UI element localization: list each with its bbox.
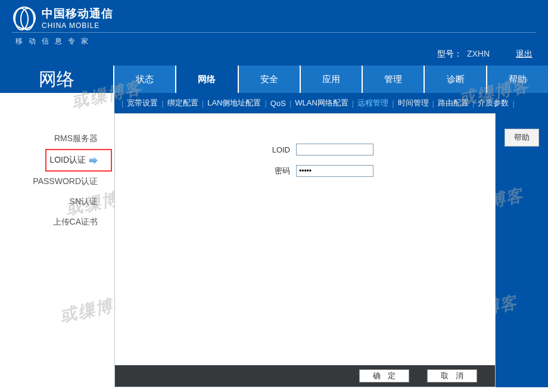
brand-slogan: 移动信息专家 (0, 36, 548, 46)
subnav-route[interactable]: 路由配置 (438, 98, 469, 108)
sidebar-item-sn[interactable]: SN认证 (0, 192, 114, 212)
password-input[interactable] (296, 165, 373, 177)
sidebar: RMS服务器 LOID认证 PASSWORD认证 SN认证 上传CA证书 (0, 113, 114, 387)
tab-network[interactable]: 网络 (176, 66, 238, 93)
loid-label: LOID (258, 145, 290, 154)
main-tabs: 状态 网络 安全 应用 管理 诊断 帮助 (114, 66, 548, 93)
subnav-binding[interactable]: 绑定配置 (167, 98, 198, 108)
tab-diagnose[interactable]: 诊断 (425, 66, 487, 93)
section-title: 网络 (0, 66, 114, 93)
loid-form: LOID 密码 (258, 144, 495, 177)
ok-button[interactable]: 确定 (359, 369, 409, 382)
loid-input[interactable] (296, 144, 373, 155)
brand-text: 中国移动通信 CHINA MOBILE (42, 6, 113, 30)
sidebar-item-label: LOID认证 (49, 155, 86, 164)
subnav-qos[interactable]: QoS (270, 99, 286, 108)
arrow-right-icon (89, 157, 98, 164)
tab-app[interactable]: 应用 (301, 66, 363, 93)
tab-manage[interactable]: 管理 (363, 66, 425, 93)
action-bar: 确定 取消 (115, 365, 495, 387)
subnav-time[interactable]: 时间管理 (398, 98, 429, 108)
tab-help[interactable]: 帮助 (487, 66, 548, 93)
brand-cn: 中国移动通信 (42, 6, 113, 21)
sidebar-item-ca[interactable]: 上传CA证书 (0, 212, 114, 232)
sub-nav: |宽带设置 |绑定配置 |LAN侧地址配置 |QoS |WLAN网络配置 |远程… (114, 93, 548, 113)
sidebar-item-rms[interactable]: RMS服务器 (0, 129, 114, 149)
help-button[interactable]: 帮助 (505, 129, 539, 147)
brand: 中国移动通信 CHINA MOBILE (0, 0, 548, 30)
brand-en: CHINA MOBILE (42, 21, 113, 30)
content-pane: LOID 密码 确定 取消 (114, 113, 496, 387)
header: 中国移动通信 CHINA MOBILE 移动信息专家 型号： ZXHN 退出 (0, 0, 548, 66)
header-status: 型号： ZXHN 退出 (437, 49, 533, 60)
model-value: ZXHN (467, 49, 490, 58)
sidebar-item-loid[interactable]: LOID认证 (45, 149, 112, 172)
password-label: 密码 (258, 166, 290, 176)
subnav-lan[interactable]: LAN侧地址配置 (207, 98, 261, 108)
subnav-broadband[interactable]: 宽带设置 (127, 98, 158, 108)
subnav-wlan[interactable]: WLAN网络配置 (295, 98, 348, 108)
logout-link[interactable]: 退出 (516, 49, 533, 58)
tab-security[interactable]: 安全 (239, 66, 301, 93)
right-bar: 帮助 (496, 113, 548, 387)
subnav-remote[interactable]: 远程管理 (357, 98, 388, 108)
model-label: 型号： (437, 49, 462, 58)
cancel-button[interactable]: 取消 (427, 369, 477, 382)
brand-logo-icon (13, 7, 36, 29)
sidebar-item-password[interactable]: PASSWORD认证 (0, 172, 114, 192)
subnav-media[interactable]: 介质参数 (478, 98, 509, 108)
tab-status[interactable]: 状态 (114, 66, 176, 93)
